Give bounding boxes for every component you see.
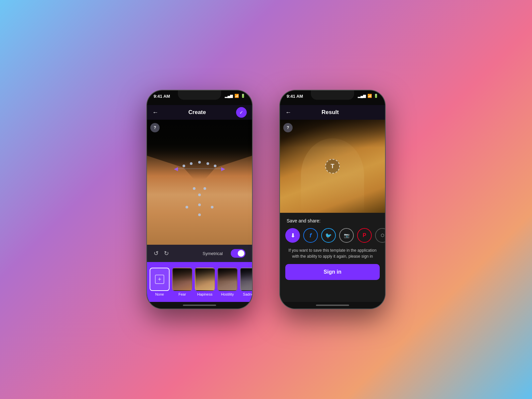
- photo-canvas[interactable]: ◀ ▶ ?: [147, 120, 252, 245]
- instagram-icon: 📷: [344, 233, 349, 238]
- pinterest-icon: P: [363, 232, 366, 238]
- question-icon-2: ?: [287, 125, 289, 130]
- emotion-hapiness[interactable]: Hapiness: [195, 268, 215, 296]
- emotion-hapiness-label: Hapiness: [197, 292, 212, 296]
- emotion-fear-label: Fear: [179, 292, 186, 296]
- download-button[interactable]: ⬇: [285, 228, 300, 243]
- emotion-sadness-label: Sadness: [243, 292, 252, 296]
- status-icons-2: ▂▄▆ 📶 🔋: [358, 94, 378, 98]
- emotion-none-thumb: +: [150, 268, 170, 291]
- question-icon: ?: [154, 125, 156, 130]
- battery-icon-1: 🔋: [241, 94, 245, 98]
- toggle-thumb: [238, 250, 244, 257]
- home-bar-2: [316, 305, 349, 306]
- emotion-hostility-label: Hostility: [221, 292, 234, 296]
- status-time-1: 9:41 AM: [154, 94, 170, 99]
- emotion-none[interactable]: + None: [150, 268, 170, 296]
- download-icon: ⬇: [291, 232, 295, 239]
- emotion-sadness-thumb: [240, 268, 252, 291]
- help-button-2[interactable]: ?: [283, 123, 293, 132]
- home-indicator-2: [280, 302, 385, 309]
- help-button[interactable]: ?: [150, 123, 160, 132]
- sign-in-label: Sign in: [324, 269, 341, 275]
- home-indicator-1: [147, 302, 252, 309]
- symmetrical-label: Symetrical: [202, 251, 223, 256]
- emotion-hostility[interactable]: Hostility: [217, 268, 237, 296]
- emotion-none-label: None: [155, 292, 164, 296]
- undo-button[interactable]: ↺: [154, 250, 159, 257]
- wifi-icon-1: 📶: [234, 94, 239, 98]
- emotion-fear-thumb: [172, 268, 192, 291]
- emotion-fear[interactable]: Fear: [172, 268, 192, 296]
- signal-icon-2: ▂▄▆: [358, 94, 366, 98]
- confirm-button[interactable]: ✓: [236, 107, 247, 118]
- status-time-2: 9:41 AM: [287, 94, 303, 99]
- result-photo: ? T: [280, 120, 385, 213]
- notch-2: [311, 90, 354, 100]
- pinterest-button[interactable]: P: [357, 228, 372, 243]
- more-icon: ⬡: [381, 233, 384, 238]
- photo-area: ◀ ▶ ?: [147, 120, 252, 245]
- twitter-icon: 🐦: [325, 232, 332, 239]
- notch: [178, 90, 221, 100]
- redo-button[interactable]: ↻: [164, 250, 169, 257]
- controls-bar: ↺ ↻ Symetrical: [147, 245, 252, 262]
- emotion-strip: + None Fear Hapiness: [147, 262, 252, 302]
- symmetrical-toggle[interactable]: [231, 249, 245, 258]
- phone-result: 9:41 AM ▂▄▆ 📶 🔋 ← Result ?: [279, 90, 386, 309]
- face-tracking-dots: ◀ ▶: [147, 120, 252, 245]
- back-button-2[interactable]: ←: [285, 109, 291, 116]
- facebook-icon: f: [310, 232, 312, 239]
- battery-icon-2: 🔋: [374, 94, 378, 98]
- page-title-1: Create: [189, 109, 206, 116]
- share-buttons: ⬇ f 🐦 📷 P ⬡: [285, 228, 385, 243]
- home-bar-1: [183, 305, 216, 306]
- facebook-button[interactable]: f: [303, 228, 318, 243]
- text-icon: T: [331, 163, 334, 170]
- check-icon: ✓: [239, 110, 243, 115]
- twitter-button[interactable]: 🐦: [321, 228, 336, 243]
- result-bottom: Save and share: ⬇ f 🐦 📷 P: [280, 213, 385, 302]
- add-icon: +: [155, 275, 164, 284]
- text-overlay-button[interactable]: T: [325, 159, 340, 174]
- emotion-hapiness-thumb: [195, 268, 215, 291]
- status-icons-1: ▂▄▆ 📶 🔋: [225, 94, 245, 98]
- back-button-1[interactable]: ←: [152, 109, 158, 116]
- instagram-button[interactable]: 📷: [339, 228, 354, 243]
- wifi-icon-2: 📶: [367, 94, 372, 98]
- emotion-hostility-thumb: [217, 268, 237, 291]
- save-share-label: Save and share:: [287, 218, 321, 223]
- sign-in-description: If you want to save this template in the…: [285, 247, 380, 259]
- phone-create: 9:41 AM ▂▄▆ 📶 🔋 ← Create ✓: [146, 90, 253, 309]
- more-share-button[interactable]: ⬡: [375, 228, 385, 243]
- emotion-sadness[interactable]: Sadness: [240, 268, 252, 296]
- page-title-2: Result: [322, 109, 339, 116]
- signal-icon-1: ▂▄▆: [225, 94, 233, 98]
- sign-in-button[interactable]: Sign in: [285, 264, 380, 280]
